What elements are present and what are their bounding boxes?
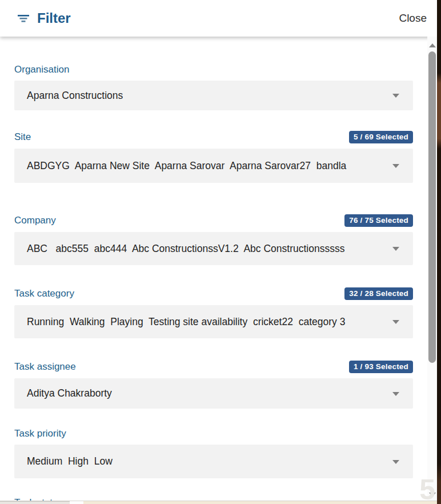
scroll-up-arrow-icon[interactable] — [429, 43, 436, 47]
company-value: ABC abc555 abc444 Abc ConstructionssV1.2… — [14, 243, 370, 255]
task-priority-label: Task priority — [14, 428, 66, 439]
task-assignee-value: Aditya Chakraborty — [14, 387, 137, 399]
task-category-select[interactable]: Running Walking Playing Testing site ava… — [14, 305, 413, 338]
filter-section-site: Site 5 / 69 Selected ABDGYG Aparna New S… — [14, 131, 413, 183]
task-priority-value: Medium High Low — [14, 455, 138, 467]
organisation-label: Organisation — [14, 64, 69, 75]
filter-section-task-status: Task status — [14, 497, 413, 501]
filter-modal: Filter Close Organisation Aparna Constru… — [0, 0, 437, 501]
company-label: Company — [14, 215, 56, 226]
chevron-down-icon — [392, 460, 399, 464]
filter-section-organisation: Organisation Aparna Constructions — [14, 64, 413, 110]
chevron-down-icon — [392, 164, 399, 168]
modal-title: Filter — [37, 10, 71, 26]
filter-list-icon — [16, 11, 31, 26]
chevron-down-icon — [392, 247, 399, 251]
filter-form: Organisation Aparna Constructions Site 5… — [0, 37, 437, 501]
task-category-value: Running Walking Playing Testing site ava… — [14, 316, 370, 328]
modal-header: Filter Close — [0, 0, 437, 37]
task-assignee-label: Task assignee — [14, 361, 76, 373]
page-behind-right-edge — [437, 0, 441, 504]
company-select[interactable]: ABC abc555 abc444 Abc ConstructionssV1.2… — [14, 232, 413, 265]
page-behind-bottom-edge — [0, 501, 437, 504]
filter-section-task-assignee: Task assignee 1 / 93 Selected Aditya Cha… — [14, 361, 413, 409]
chevron-down-icon — [392, 320, 399, 324]
page-behind-beige-panel — [83, 501, 437, 504]
site-select[interactable]: ABDGYG Aparna New Site Aparna Sarovar Ap… — [14, 149, 413, 183]
site-label: Site — [14, 131, 31, 143]
page-behind-gray-panel — [0, 501, 70, 504]
site-value: ABDGYG Aparna New Site Aparna Sarovar Ap… — [14, 160, 371, 172]
organisation-select[interactable]: Aparna Constructions — [14, 81, 413, 110]
task-assignee-select[interactable]: Aditya Chakraborty — [14, 378, 413, 409]
task-status-label: Task status — [14, 497, 63, 501]
site-selected-badge: 5 / 69 Selected — [349, 131, 413, 143]
chevron-down-icon — [392, 392, 399, 396]
page-behind-gap — [70, 501, 83, 504]
company-selected-badge: 76 / 75 Selected — [344, 214, 413, 227]
task-priority-select[interactable]: Medium High Low — [14, 445, 413, 478]
organisation-value: Aparna Constructions — [14, 90, 148, 102]
task-category-selected-badge: 32 / 28 Selected — [344, 287, 413, 300]
close-button[interactable]: Close — [399, 12, 427, 25]
filter-section-task-priority: Task priority Medium High Low — [14, 428, 413, 478]
page-behind-watermark: 5 — [419, 475, 435, 501]
task-assignee-selected-badge: 1 / 93 Selected — [349, 361, 413, 373]
vertical-scrollbar[interactable] — [427, 37, 437, 501]
task-category-label: Task category — [14, 288, 74, 299]
filter-section-task-category: Task category 32 / 28 Selected Running W… — [14, 287, 413, 338]
scrollbar-thumb[interactable] — [428, 51, 436, 363]
chevron-down-icon — [392, 94, 399, 98]
filter-section-company: Company 76 / 75 Selected ABC abc555 abc4… — [14, 214, 413, 265]
